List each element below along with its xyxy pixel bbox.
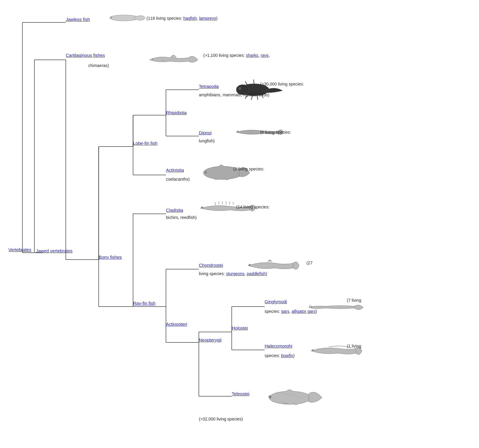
teleostei-image xyxy=(265,386,324,408)
svg-point-33 xyxy=(110,16,112,18)
halecomorphi-label[interactable]: Halecomorphi xyxy=(265,343,292,348)
jawless-label[interactable]: Jawless fish xyxy=(66,17,90,22)
desc-halecomorphi: (1 living xyxy=(347,343,361,349)
desc-chimaeras: chimaeras) xyxy=(88,63,109,69)
holostei-label[interactable]: Holostei xyxy=(232,325,248,330)
svg-point-37 xyxy=(238,87,241,90)
tetrapoda-image xyxy=(236,77,284,102)
cladistia-label[interactable]: Cladistia xyxy=(166,208,183,213)
jawed-label[interactable]: Jawed vertebrates xyxy=(36,248,73,253)
desc-actinistia: (2 living species: xyxy=(233,166,264,172)
desc-ginglymodi: (7 living xyxy=(347,298,361,304)
svg-point-57 xyxy=(312,349,314,351)
desc-chondrostei: (27 xyxy=(306,260,312,266)
actinistia-label[interactable]: Actinistia xyxy=(166,167,184,173)
desc-jawless: (118 living species: hagfish, lampreys) xyxy=(147,16,217,22)
phylogenetic-diagram: Vertebrates Jawless fish Jawed vertebrat… xyxy=(0,0,479,448)
desc-tetrapoda: (>30,000 living species: xyxy=(260,81,304,87)
chondrostei-label[interactable]: Chondrostei xyxy=(199,263,223,268)
svg-point-44 xyxy=(237,131,239,132)
alligator-gars-link[interactable]: alligator gars xyxy=(292,309,315,314)
svg-point-54 xyxy=(249,264,251,266)
desc-ginglymodi2: species: gars, alligator gars) xyxy=(265,309,317,315)
cladogram-lines xyxy=(0,0,479,448)
desc-dipnoi: (6 living species: xyxy=(260,129,291,135)
svg-point-56 xyxy=(311,306,312,308)
svg-point-46 xyxy=(205,171,207,173)
bony-label[interactable]: Bony fishes xyxy=(99,255,122,260)
svg-point-34 xyxy=(152,59,153,60)
dipnoi-label[interactable]: Dipnoi xyxy=(199,130,212,135)
svg-point-59 xyxy=(269,395,271,398)
actinopteri-label[interactable]: Actinopteri xyxy=(166,321,187,327)
desc-chondrostei2: living species: sturgeons, paddlefish) xyxy=(199,271,267,277)
rhipidistia-label[interactable]: Rhipidistia xyxy=(166,110,187,115)
desc-cladistia: (14 living species: xyxy=(236,204,269,210)
desc-teleostei: (>32,000 living species) xyxy=(199,416,243,422)
jawless-fish-image xyxy=(108,11,147,26)
tetrapoda-label[interactable]: Tetrapoda xyxy=(199,84,219,89)
lampreys-link[interactable]: lampreys xyxy=(199,16,216,21)
rays-link[interactable]: rays, xyxy=(261,53,270,58)
vertebrates-label[interactable]: Vertebrates xyxy=(8,247,31,252)
desc-cartilaginous: (>1,100 living species: sharks, rays, xyxy=(203,53,270,59)
cartilaginous-fish-image xyxy=(147,49,200,68)
gars-link[interactable]: gars xyxy=(281,309,289,314)
desc-bichirs: bichirs, reedfish) xyxy=(166,215,197,221)
desc-tetrapoda2: amphibians, mammals, reptiles, birds) xyxy=(199,92,269,98)
desc-halecomorphi2: species: bowfin) xyxy=(265,353,295,359)
neopterygii-label[interactable]: Neopterygii xyxy=(199,337,222,342)
rayfin-label[interactable]: Ray-fin fish xyxy=(133,301,155,306)
svg-point-58 xyxy=(269,391,311,404)
sharks-link[interactable]: sharks xyxy=(246,53,258,58)
desc-coelacanths: coelacanths) xyxy=(166,176,190,182)
hagfish-link[interactable]: hagfish xyxy=(183,16,197,21)
cartilaginous-label[interactable]: Cartilaginous fishes xyxy=(66,53,105,58)
ginglymodi-label[interactable]: Ginglymodi xyxy=(265,299,287,304)
bowfin-link[interactable]: bowfin xyxy=(281,353,293,358)
actinistia-image xyxy=(200,161,251,183)
teleostei-label[interactable]: Teleostei xyxy=(232,391,249,396)
svg-point-53 xyxy=(201,207,203,209)
paddlefish-link[interactable]: paddlefish xyxy=(247,271,266,276)
desc-lungfish: lungfish) xyxy=(199,138,215,144)
sturgeons-link[interactable]: sturgeons xyxy=(226,271,244,276)
lobefin-label[interactable]: Lobe-fin fish xyxy=(133,141,158,146)
